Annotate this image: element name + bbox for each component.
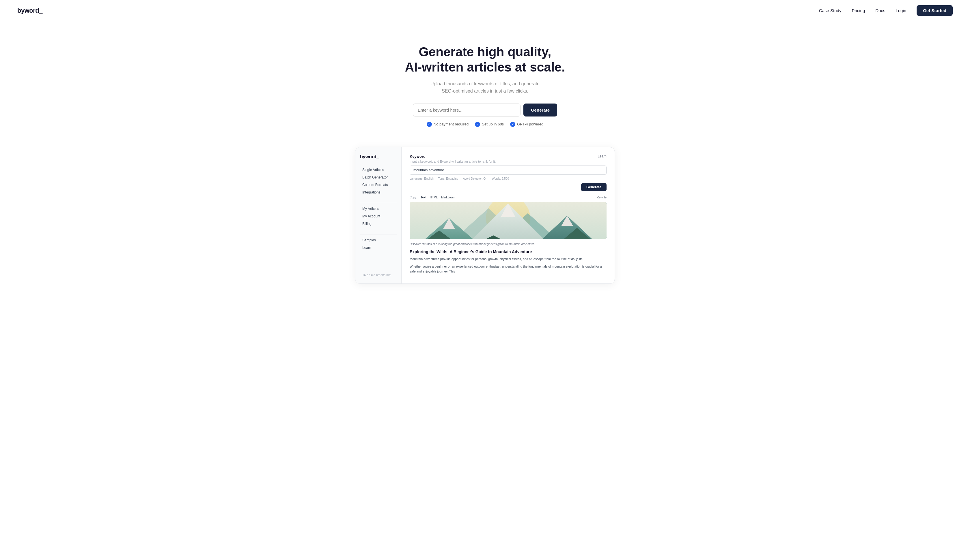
nav-docs[interactable]: Docs (875, 8, 885, 13)
sidebar-divider-2 (360, 234, 396, 235)
badge-gpt4: ✓ GPT-4 powered (510, 122, 544, 127)
article-caption: Discover the thrill of exploring the gre… (410, 242, 607, 246)
demo-section: byword_ Single Articles Batch Generator … (0, 141, 970, 301)
sidebar-item-billing[interactable]: Billing (360, 220, 396, 227)
sidebar-item-learn[interactable]: Learn (360, 244, 396, 251)
hero-input-row: Generate (413, 103, 557, 117)
copy-bar-left: Copy: Text HTML Markdown (410, 196, 454, 199)
demo-main: Keyword Learn Input a keyword, and Bywor… (401, 147, 615, 283)
navbar: byword_ Case Study Pricing Docs Login Ge… (0, 0, 970, 21)
hero-section: Generate high quality, AI-written articl… (0, 21, 970, 141)
check-icon-2: ✓ (475, 122, 480, 127)
sidebar-item-custom-formats[interactable]: Custom Formats (360, 182, 396, 188)
hero-subtext: Upload thousands of keywords or titles, … (424, 80, 546, 95)
sidebar-group-1: Single Articles Batch Generator Custom F… (360, 167, 396, 196)
nav-links: Case Study Pricing Docs Login Get Starte… (819, 5, 953, 16)
check-icon-1: ✓ (426, 122, 432, 127)
hero-badges: ✓ No payment required ✓ Set up in 60s ✓ … (426, 122, 544, 127)
keyword-header: Keyword Learn (410, 154, 607, 158)
demo-keyword-input[interactable] (410, 165, 607, 175)
nav-case-study[interactable]: Case Study (819, 8, 841, 13)
sidebar-logo: byword_ (360, 154, 396, 160)
sidebar-group-2: My Articles My Account Billing (360, 205, 396, 227)
check-icon-3: ✓ (510, 122, 515, 127)
keyword-learn-link[interactable]: Learn (597, 154, 607, 158)
article-title: Exploring the Wilds: A Beginner's Guide … (410, 249, 607, 254)
article-body-1: Mountain adventures provide opportunitie… (410, 257, 607, 262)
demo-generate-button[interactable]: Generate (581, 183, 607, 191)
copy-text-button[interactable]: Text (421, 196, 426, 199)
keyword-description: Input a keyword, and Byword will write a… (410, 160, 607, 163)
meta-language: Language: English (410, 177, 433, 180)
keyword-label: Keyword (410, 154, 426, 158)
keyword-input[interactable] (413, 103, 520, 117)
nav-login[interactable]: Login (895, 8, 906, 13)
sidebar-item-integrations[interactable]: Integrations (360, 189, 396, 196)
meta-tone: Tone: Engaging (438, 177, 458, 180)
hero-generate-button[interactable]: Generate (523, 103, 557, 117)
demo-card: byword_ Single Articles Batch Generator … (355, 147, 615, 284)
sidebar-divider-1 (360, 203, 396, 203)
logo: byword_ (17, 7, 42, 14)
article-image (410, 202, 607, 239)
hero-headline: Generate high quality, AI-written articl… (405, 44, 565, 75)
rewrite-button[interactable]: Rewrite (597, 196, 607, 199)
demo-sidebar: byword_ Single Articles Batch Generator … (355, 147, 401, 283)
get-started-button[interactable]: Get Started (916, 5, 953, 16)
article-body-2: Whether you're a beginner or an experien… (410, 264, 607, 274)
sidebar-item-batch-generator[interactable]: Batch Generator (360, 174, 396, 181)
copy-bar: Copy: Text HTML Markdown Rewrite (410, 196, 607, 199)
sidebar-item-my-articles[interactable]: My Articles (360, 205, 396, 212)
badge-no-payment: ✓ No payment required (426, 122, 468, 127)
nav-pricing[interactable]: Pricing (851, 8, 865, 13)
meta-avoid-detector: Avoid Detector: On (463, 177, 487, 180)
sidebar-item-single-articles[interactable]: Single Articles (360, 167, 396, 173)
copy-label: Copy: (410, 196, 417, 199)
sidebar-item-samples[interactable]: Samples (360, 237, 396, 244)
badge-setup: ✓ Set up in 60s (475, 122, 504, 127)
copy-html-button[interactable]: HTML (430, 196, 438, 199)
sidebar-credits: 16 article credits left (360, 271, 396, 277)
sidebar-item-my-account[interactable]: My Account (360, 213, 396, 220)
sidebar-group-3: Samples Learn (360, 237, 396, 251)
keyword-meta: Language: English Tone: Engaging Avoid D… (410, 177, 607, 180)
copy-markdown-button[interactable]: Markdown (441, 196, 454, 199)
meta-words: Words: 2,500 (492, 177, 509, 180)
